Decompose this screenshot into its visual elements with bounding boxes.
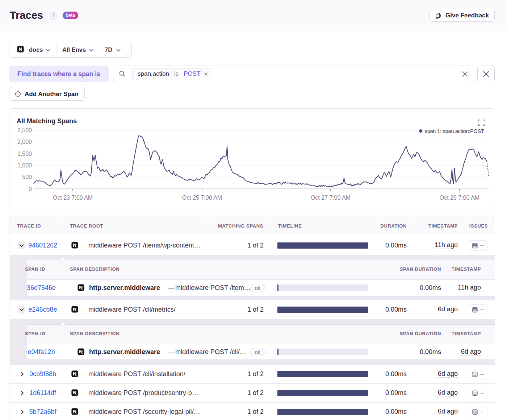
svg-text:Oct 23 7:00 AM: Oct 23 7:00 AM [53,195,93,201]
svg-text:2,000: 2,000 [17,139,32,145]
svg-text:500: 500 [22,174,32,180]
svg-text:1,500: 1,500 [17,151,32,157]
svg-text:Oct 27 7:00 AM: Oct 27 7:00 AM [311,195,351,201]
svg-text:2,500: 2,500 [17,127,32,133]
svg-text:0: 0 [29,186,32,192]
svg-text:Oct 25 7:00 AM: Oct 25 7:00 AM [182,195,222,201]
svg-text:1,000: 1,000 [17,162,32,169]
svg-text:span 1: span.action:POST: span 1: span.action:POST [425,128,484,134]
svg-text:Oct 29 7:00 AM: Oct 29 7:00 AM [440,195,479,201]
